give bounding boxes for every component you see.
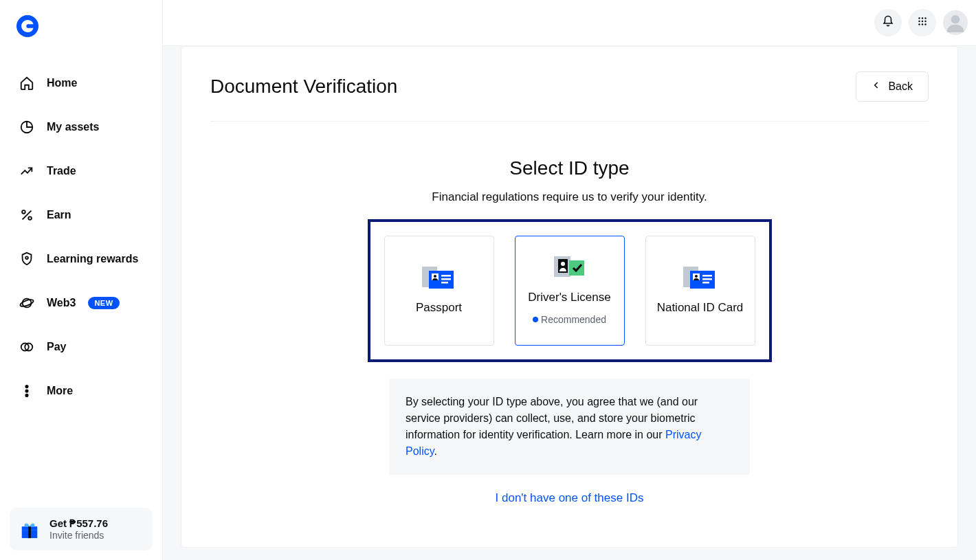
svg-point-11: [25, 394, 27, 396]
pie-icon: [19, 120, 34, 135]
svg-point-19: [922, 21, 923, 22]
svg-point-6: [19, 298, 34, 308]
verification-card: Document Verification Back Select ID typ…: [181, 46, 958, 548]
license-icon: [553, 256, 587, 281]
notifications-button[interactable]: [874, 9, 902, 36]
id-option-drivers-license[interactable]: Driver's License Recommended: [515, 236, 625, 346]
svg-point-28: [434, 275, 436, 278]
main-area: Document Verification Back Select ID typ…: [163, 0, 976, 560]
sidebar-item-label: Trade: [47, 165, 76, 177]
sidebar-item-pay[interactable]: Pay: [5, 330, 157, 364]
sidebar-item-trade[interactable]: Trade: [5, 154, 157, 188]
svg-point-2: [22, 210, 25, 214]
no-id-link[interactable]: I don't have one of these IDs: [496, 491, 644, 505]
chevron-left-icon: [872, 80, 881, 93]
bell-icon: [882, 15, 894, 30]
id-option-label: National ID Card: [657, 301, 744, 315]
svg-rect-29: [441, 275, 451, 277]
consent-box: By selecting your ID type above, you agr…: [389, 379, 750, 475]
center-column: Select ID type Financial regulations req…: [210, 122, 929, 505]
sidebar-item-label: Home: [47, 77, 77, 89]
more-icon: [19, 383, 34, 399]
content-wrap: Document Verification Back Select ID typ…: [163, 46, 976, 560]
planet-icon: [19, 295, 34, 311]
svg-rect-40: [702, 275, 712, 277]
svg-point-23: [924, 23, 926, 25]
svg-point-17: [924, 17, 926, 19]
svg-rect-41: [702, 278, 712, 280]
sidebar-item-web3[interactable]: Web3 NEW: [5, 286, 157, 320]
recommended-text: Recommended: [541, 314, 606, 325]
sidebar-item-home[interactable]: Home: [5, 66, 157, 100]
gift-icon: [19, 519, 40, 539]
sidebar-item-assets[interactable]: My assets: [5, 110, 157, 144]
section-subtext: Financial regulations require us to veri…: [432, 190, 707, 204]
passport-icon: [422, 267, 456, 291]
home-icon: [19, 76, 34, 91]
apps-grid-icon: [916, 15, 929, 30]
svg-point-18: [918, 21, 920, 22]
trend-icon: [19, 164, 34, 179]
svg-rect-30: [441, 278, 451, 280]
apps-button[interactable]: [909, 9, 936, 36]
svg-rect-31: [441, 282, 448, 284]
consent-text-end: .: [434, 445, 437, 457]
svg-point-4: [25, 256, 28, 259]
svg-point-34: [561, 262, 565, 266]
sidebar-item-more[interactable]: More: [5, 374, 157, 408]
id-option-passport[interactable]: Passport: [384, 236, 494, 346]
svg-point-24: [951, 15, 960, 24]
coinbase-logo-icon[interactable]: [16, 15, 38, 37]
recommended-tag: Recommended: [533, 314, 606, 325]
svg-point-15: [918, 17, 920, 19]
dot-icon: [533, 317, 538, 322]
sidebar-item-learning[interactable]: Learning rewards: [5, 242, 157, 276]
svg-point-16: [922, 17, 923, 19]
sidebar-item-earn[interactable]: Earn: [5, 198, 157, 232]
sidebar-item-label: Web3: [47, 297, 76, 309]
svg-point-39: [695, 275, 698, 278]
badge-icon: [19, 251, 34, 267]
svg-point-21: [918, 23, 920, 25]
svg-rect-14: [28, 526, 31, 538]
svg-point-3: [28, 216, 32, 220]
new-badge: NEW: [88, 297, 119, 309]
sidebar-item-label: Earn: [47, 209, 71, 221]
back-button[interactable]: Back: [856, 71, 929, 102]
sidebar-item-label: More: [47, 385, 73, 397]
sidebar-item-label: Learning rewards: [47, 253, 138, 265]
promo-title: Get ₱557.76: [49, 517, 108, 530]
svg-rect-35: [569, 260, 584, 276]
promo-text: Get ₱557.76 Invite friends: [49, 517, 108, 541]
coin-icon: [19, 339, 34, 355]
consent-text: By selecting your ID type above, you agr…: [406, 396, 698, 440]
svg-rect-42: [702, 282, 709, 284]
percent-icon: [19, 208, 34, 223]
card-header: Document Verification Back: [210, 71, 929, 122]
sidebar-item-label: My assets: [47, 121, 100, 133]
back-label: Back: [888, 80, 913, 93]
promo-subtitle: Invite friends: [49, 530, 108, 541]
id-option-label: Passport: [416, 301, 462, 315]
topbar: [163, 0, 976, 46]
svg-point-9: [25, 385, 27, 388]
avatar-icon: [945, 12, 966, 35]
svg-point-20: [924, 21, 926, 22]
sidebar: Home My assets Trade Earn Learning rewar…: [0, 0, 163, 560]
svg-point-0: [16, 15, 38, 37]
sidebar-item-label: Pay: [47, 341, 66, 353]
svg-point-10: [25, 390, 27, 392]
id-options-highlight: Passport: [368, 219, 772, 362]
id-option-label: Driver's License: [528, 291, 610, 304]
section-heading: Select ID type: [509, 157, 629, 179]
national-id-icon: [683, 267, 718, 291]
svg-point-22: [922, 23, 923, 25]
page-title: Document Verification: [210, 76, 397, 98]
nav: Home My assets Trade Earn Learning rewar…: [0, 52, 162, 508]
logo-wrap: [0, 0, 162, 52]
invite-promo[interactable]: Get ₱557.76 Invite friends: [10, 508, 153, 550]
id-option-national-id[interactable]: National ID Card: [645, 236, 755, 346]
avatar-button[interactable]: [943, 10, 968, 35]
